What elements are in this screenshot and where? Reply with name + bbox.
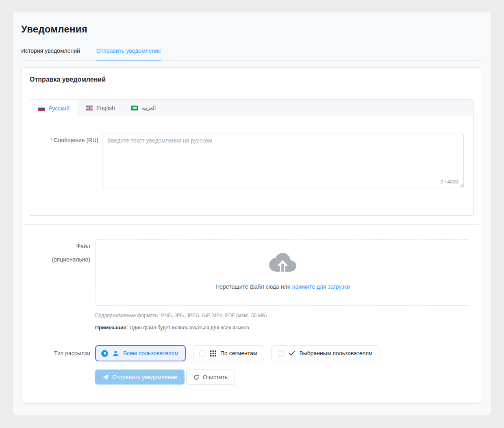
send-notification-card: Отправка уведомлений Русский	[21, 67, 482, 404]
tab-notification-history[interactable]: История уведомлений	[21, 48, 80, 60]
file-label: Файл (опционально)	[30, 239, 90, 264]
lang-tab-russian[interactable]: Русский	[30, 100, 78, 117]
option-by-segments[interactable]: По сегментам	[193, 345, 264, 361]
lang-tab-arabic[interactable]: العربية	[123, 100, 164, 116]
card-title: Отправка уведомлений	[30, 76, 106, 83]
saudi-arabia-flag-icon	[131, 106, 138, 110]
united-kingdom-flag-icon	[86, 106, 93, 110]
actions-row: Отправить уведомление Очистить	[95, 370, 474, 385]
clear-button-label: Очистить	[203, 374, 228, 380]
radio-selected-icon	[101, 350, 108, 357]
broadcast-type-row: Тип рассылки Всем пользователям	[30, 345, 474, 361]
broadcast-type-label: Тип рассылки	[30, 350, 90, 357]
user-icon	[112, 350, 119, 357]
lang-tab-english[interactable]: English	[78, 100, 123, 116]
message-label: *Сообщение (RU)	[30, 134, 98, 143]
check-icon	[289, 351, 295, 356]
russia-flag-icon	[38, 106, 45, 111]
upload-hints: Поддерживаемые форматы: PNG, JPG, JPEG, …	[95, 313, 474, 331]
required-asterisk: *	[50, 137, 52, 143]
upload-link[interactable]: нажмите для загрузки	[292, 283, 350, 290]
upload-cloud-icon	[269, 253, 296, 273]
option-all-users[interactable]: Всем пользователям	[95, 345, 186, 361]
dropzone-text: Перетащите файл сюда или нажмите для заг…	[215, 283, 350, 290]
refresh-icon	[193, 374, 199, 380]
send-notification-button[interactable]: Отправить уведомление	[95, 370, 185, 385]
card-body: Русский	[22, 91, 482, 403]
clear-button[interactable]: Очистить	[186, 370, 235, 385]
supported-formats-hint: Поддерживаемые форматы: PNG, JPG, JPEG, …	[95, 313, 474, 318]
radio-unselected-icon	[278, 350, 285, 357]
grid-icon	[210, 350, 216, 357]
radio-unselected-icon	[199, 350, 206, 357]
language-tabs: Русский	[30, 99, 474, 216]
lang-tab-label: English	[96, 105, 115, 111]
lang-tab-label: Русский	[48, 105, 70, 112]
lang-tab-label: العربية	[141, 105, 156, 111]
tab-send-notification[interactable]: Отправить уведомление	[96, 48, 161, 60]
section-divider	[24, 224, 479, 225]
card-header: Отправка уведомлений	[22, 68, 482, 91]
russian-message-pane: *Сообщение (RU) 0 / 4000	[30, 116, 473, 215]
main-tab-bar: История уведомлений Отправить уведомлени…	[21, 48, 482, 61]
file-dropzone[interactable]: Перетащите файл сюда или нажмите для заг…	[95, 239, 470, 306]
option-selected-users[interactable]: Выбранным пользователям	[272, 345, 380, 361]
broadcast-type-options: Всем пользователям	[95, 345, 380, 361]
option-label: Выбранным пользователям	[299, 350, 372, 357]
option-label: По сегментам	[220, 350, 257, 357]
file-note: Примечание: Один файл будет использовать…	[95, 325, 474, 331]
file-upload-row: Файл (опционально) Перетащите файл сюда …	[30, 239, 474, 306]
message-textarea[interactable]	[102, 134, 464, 188]
message-textarea-wrap: 0 / 4000	[102, 134, 464, 188]
send-button-label: Отправить уведомление	[112, 374, 177, 380]
page-title: Уведомления	[21, 24, 482, 35]
paper-plane-icon	[102, 374, 109, 380]
option-label: Всем пользователям	[123, 350, 178, 357]
file-note-label: Примечание:	[95, 325, 128, 331]
language-tab-bar: Русский	[30, 100, 473, 116]
notifications-page: Уведомления История уведомлений Отправит…	[13, 12, 491, 415]
